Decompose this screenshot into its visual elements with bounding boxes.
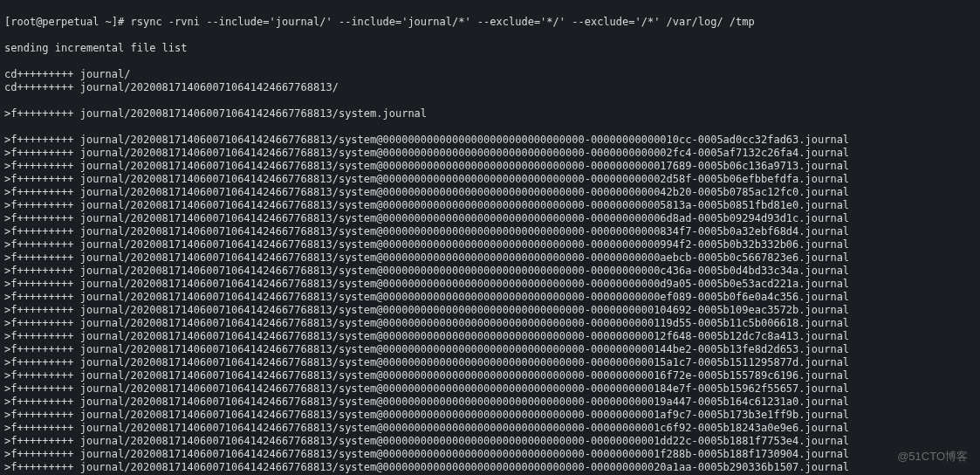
file-line: >f+++++++++ journal/20200817140600710641… (4, 448, 976, 461)
dir-line: cd+++++++++ journal/ (4, 68, 976, 81)
file-line: >f+++++++++ journal/20200817140600710641… (4, 382, 976, 396)
terminal-output[interactable]: [root@perpetual ~]# rsync -rvni --includ… (0, 0, 980, 475)
file-line: >f+++++++++ journal/20200817140600710641… (4, 369, 976, 382)
file-line: >f+++++++++ journal/20200817140600710641… (4, 212, 976, 225)
file-line: >f+++++++++ journal/20200817140600710641… (4, 409, 976, 422)
file-line: >f+++++++++ journal/20200817140600710641… (4, 330, 976, 343)
file-line: >f+++++++++ journal/20200817140600710641… (4, 134, 976, 147)
file-line: >f+++++++++ journal/20200817140600710641… (4, 291, 976, 304)
file-line: >f+++++++++ journal/20200817140600710641… (4, 186, 976, 199)
command-text: rsync -rvni --include='journal/' --inclu… (131, 16, 755, 28)
file-line: >f+++++++++ journal/20200817140600710641… (4, 461, 976, 474)
header-line: sending incremental file list (4, 42, 976, 55)
watermark: @51CTO博客 (897, 450, 968, 463)
file-line: >f+++++++++ journal/20200817140600710641… (4, 317, 976, 330)
file-line: >f+++++++++ journal/20200817140600710641… (4, 396, 976, 409)
file-line: >f+++++++++ journal/20200817140600710641… (4, 422, 976, 435)
file-line: >f+++++++++ journal/20200817140600710641… (4, 304, 976, 317)
file-line: >f+++++++++ journal/20200817140600710641… (4, 225, 976, 238)
file-line: >f+++++++++ journal/20200817140600710641… (4, 356, 976, 369)
file-path: journal/20200817140600710641424667768813… (80, 107, 427, 120)
file-line: >f+++++++++ journal/20200817140600710641… (4, 238, 976, 251)
file-line: >f+++++++++ journal/20200817140600710641… (4, 251, 976, 265)
prompt-close: ]# (112, 16, 131, 28)
dir-line: cd+++++++++ journal/20200817140600710641… (4, 81, 976, 94)
file-line: >f+++++++++ journal/20200817140600710641… (4, 265, 976, 278)
file-line: >f+++++++++ journal/20200817140600710641… (4, 199, 976, 212)
file-line: >f+++++++++ journal/20200817140600710641… (4, 435, 976, 448)
prompt-userhost: root@perpetual ~ (10, 16, 112, 28)
prompt-line: [root@perpetual ~]# rsync -rvni --includ… (4, 16, 976, 29)
file-line: >f+++++++++ journal/20200817140600710641… (4, 343, 976, 356)
file-line: >f+++++++++ journal/20200817140600710641… (4, 278, 976, 291)
file-line: >f+++++++++ journal/20200817140600710641… (4, 147, 976, 160)
file-line: >f+++++++++ journal/20200817140600710641… (4, 173, 976, 186)
file-prefix: >f+++++++++ (4, 107, 73, 120)
file-line: >f+++++++++ journal/20200817140600710641… (4, 160, 976, 173)
file-line: >f+++++++++ journal/20200817140600710641… (4, 107, 976, 120)
